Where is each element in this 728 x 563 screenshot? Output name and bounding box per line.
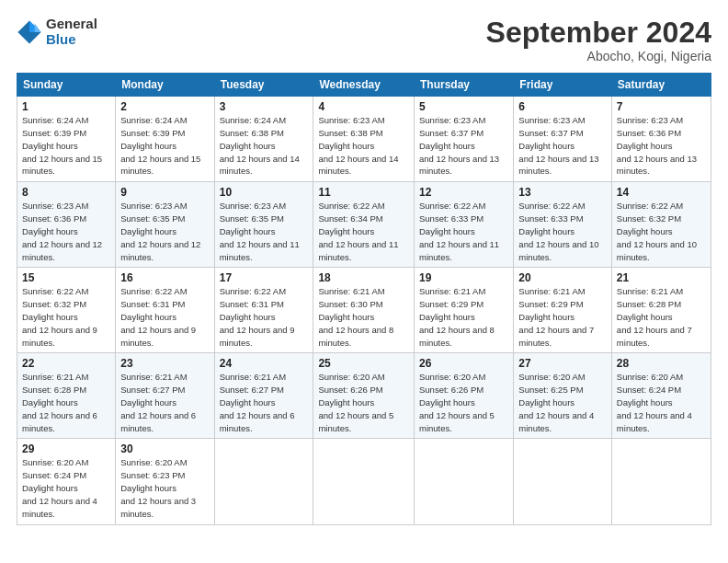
logo: General Blue — [17, 17, 97, 47]
day-number: 20 — [518, 271, 607, 284]
calendar-cell: 1 Sunrise: 6:24 AMSunset: 6:39 PMDayligh… — [17, 97, 116, 182]
col-header-sunday: Sunday — [17, 74, 116, 97]
day-info: Sunrise: 6:23 AMSunset: 6:36 PMDaylight … — [617, 115, 697, 176]
day-number: 18 — [318, 271, 409, 284]
day-number: 8 — [22, 186, 110, 199]
calendar-cell — [415, 439, 514, 524]
day-info: Sunrise: 6:23 AMSunset: 6:38 PMDaylight … — [318, 115, 398, 176]
day-info: Sunrise: 6:21 AMSunset: 6:27 PMDaylight … — [120, 372, 196, 432]
day-info: Sunrise: 6:21 AMSunset: 6:28 PMDaylight … — [22, 372, 97, 432]
day-number: 3 — [220, 100, 309, 113]
day-number: 13 — [518, 186, 607, 199]
calendar-cell: 17 Sunrise: 6:22 AMSunset: 6:31 PMDaylig… — [214, 268, 313, 353]
calendar-cell: 11 Sunrise: 6:22 AMSunset: 6:34 PMDaylig… — [313, 182, 415, 268]
calendar-cell: 29 Sunrise: 6:20 AMSunset: 6:24 PMDaylig… — [17, 439, 116, 524]
calendar-cell: 4 Sunrise: 6:23 AMSunset: 6:38 PMDayligh… — [313, 97, 415, 182]
calendar-cell: 3 Sunrise: 6:24 AMSunset: 6:38 PMDayligh… — [214, 97, 313, 182]
calendar-cell: 18 Sunrise: 6:21 AMSunset: 6:30 PMDaylig… — [313, 268, 415, 353]
day-number: 17 — [220, 271, 309, 284]
calendar-cell: 27 Sunrise: 6:20 AMSunset: 6:25 PMDaylig… — [514, 353, 612, 439]
day-number: 11 — [318, 186, 409, 199]
day-number: 26 — [419, 357, 508, 370]
day-info: Sunrise: 6:23 AMSunset: 6:36 PMDaylight … — [22, 201, 102, 261]
day-number: 2 — [120, 100, 209, 113]
day-number: 24 — [220, 357, 309, 370]
calendar-cell: 23 Sunrise: 6:21 AMSunset: 6:27 PMDaylig… — [116, 353, 214, 439]
calendar-cell: 10 Sunrise: 6:23 AMSunset: 6:35 PMDaylig… — [214, 182, 313, 268]
day-info: Sunrise: 6:21 AMSunset: 6:28 PMDaylight … — [617, 286, 692, 347]
calendar-cell: 14 Sunrise: 6:22 AMSunset: 6:32 PMDaylig… — [611, 182, 711, 268]
calendar-cell: 12 Sunrise: 6:22 AMSunset: 6:33 PMDaylig… — [415, 182, 514, 268]
col-header-monday: Monday — [116, 74, 214, 97]
calendar-cell: 28 Sunrise: 6:20 AMSunset: 6:24 PMDaylig… — [611, 353, 711, 439]
calendar-cell: 20 Sunrise: 6:21 AMSunset: 6:29 PMDaylig… — [514, 268, 612, 353]
day-info: Sunrise: 6:22 AMSunset: 6:34 PMDaylight … — [318, 201, 398, 261]
day-number: 15 — [22, 271, 110, 284]
calendar-cell: 15 Sunrise: 6:22 AMSunset: 6:32 PMDaylig… — [17, 268, 116, 353]
logo-icon — [17, 19, 42, 45]
day-number: 12 — [419, 186, 508, 199]
col-header-saturday: Saturday — [611, 74, 711, 97]
day-number: 14 — [617, 186, 706, 199]
calendar-cell: 19 Sunrise: 6:21 AMSunset: 6:29 PMDaylig… — [415, 268, 514, 353]
day-number: 28 — [617, 357, 706, 370]
day-number: 7 — [617, 100, 706, 113]
day-number: 6 — [518, 100, 607, 113]
calendar-cell: 2 Sunrise: 6:24 AMSunset: 6:39 PMDayligh… — [116, 97, 214, 182]
calendar-cell: 30 Sunrise: 6:20 AMSunset: 6:23 PMDaylig… — [116, 439, 214, 524]
day-info: Sunrise: 6:22 AMSunset: 6:31 PMDaylight … — [220, 286, 295, 347]
calendar-cell — [611, 439, 711, 524]
calendar-cell: 22 Sunrise: 6:21 AMSunset: 6:28 PMDaylig… — [17, 353, 116, 439]
day-info: Sunrise: 6:22 AMSunset: 6:31 PMDaylight … — [120, 286, 196, 347]
day-number: 22 — [22, 357, 110, 370]
day-number: 4 — [318, 100, 409, 113]
calendar-cell: 8 Sunrise: 6:23 AMSunset: 6:36 PMDayligh… — [17, 182, 116, 268]
logo-general-text: General — [46, 17, 97, 32]
col-header-friday: Friday — [514, 74, 612, 97]
day-info: Sunrise: 6:20 AMSunset: 6:25 PMDaylight … — [518, 372, 594, 432]
calendar-cell: 26 Sunrise: 6:20 AMSunset: 6:26 PMDaylig… — [415, 353, 514, 439]
day-number: 16 — [120, 271, 209, 284]
day-number: 23 — [120, 357, 209, 370]
logo-blue-text: Blue — [46, 32, 97, 48]
calendar-cell: 7 Sunrise: 6:23 AMSunset: 6:36 PMDayligh… — [611, 97, 711, 182]
day-info: Sunrise: 6:23 AMSunset: 6:37 PMDaylight … — [518, 115, 598, 176]
day-number: 25 — [318, 357, 409, 370]
day-number: 19 — [419, 271, 508, 284]
calendar-cell — [514, 439, 612, 524]
title-section: September 2024 Abocho, Kogi, Nigeria — [486, 17, 711, 63]
day-info: Sunrise: 6:24 AMSunset: 6:39 PMDaylight … — [22, 115, 102, 176]
day-info: Sunrise: 6:22 AMSunset: 6:32 PMDaylight … — [617, 201, 697, 261]
svg-marker-2 — [35, 23, 41, 32]
day-number: 30 — [120, 442, 209, 455]
calendar-cell: 6 Sunrise: 6:23 AMSunset: 6:37 PMDayligh… — [514, 97, 612, 182]
day-number: 10 — [220, 186, 309, 199]
location-subtitle: Abocho, Kogi, Nigeria — [486, 49, 711, 63]
day-info: Sunrise: 6:22 AMSunset: 6:32 PMDaylight … — [22, 286, 97, 347]
day-number: 1 — [22, 100, 110, 113]
day-info: Sunrise: 6:24 AMSunset: 6:39 PMDaylight … — [120, 115, 200, 176]
day-info: Sunrise: 6:20 AMSunset: 6:26 PMDaylight … — [419, 372, 495, 432]
calendar-cell: 25 Sunrise: 6:20 AMSunset: 6:26 PMDaylig… — [313, 353, 415, 439]
day-info: Sunrise: 6:21 AMSunset: 6:27 PMDaylight … — [220, 372, 295, 432]
day-info: Sunrise: 6:20 AMSunset: 6:24 PMDaylight … — [22, 457, 97, 518]
day-info: Sunrise: 6:21 AMSunset: 6:30 PMDaylight … — [318, 286, 393, 347]
day-number: 21 — [617, 271, 706, 284]
col-header-wednesday: Wednesday — [313, 74, 415, 97]
day-info: Sunrise: 6:23 AMSunset: 6:37 PMDaylight … — [419, 115, 499, 176]
calendar-cell: 21 Sunrise: 6:21 AMSunset: 6:28 PMDaylig… — [611, 268, 711, 353]
calendar-cell: 13 Sunrise: 6:22 AMSunset: 6:33 PMDaylig… — [514, 182, 612, 268]
day-number: 5 — [419, 100, 508, 113]
day-info: Sunrise: 6:22 AMSunset: 6:33 PMDaylight … — [518, 201, 598, 261]
day-info: Sunrise: 6:20 AMSunset: 6:26 PMDaylight … — [318, 372, 393, 432]
calendar-cell: 5 Sunrise: 6:23 AMSunset: 6:37 PMDayligh… — [415, 97, 514, 182]
day-info: Sunrise: 6:20 AMSunset: 6:24 PMDaylight … — [617, 372, 692, 432]
calendar-cell — [214, 439, 313, 524]
calendar-cell: 24 Sunrise: 6:21 AMSunset: 6:27 PMDaylig… — [214, 353, 313, 439]
calendar-cell: 16 Sunrise: 6:22 AMSunset: 6:31 PMDaylig… — [116, 268, 214, 353]
day-info: Sunrise: 6:23 AMSunset: 6:35 PMDaylight … — [220, 201, 300, 261]
calendar-cell: 9 Sunrise: 6:23 AMSunset: 6:35 PMDayligh… — [116, 182, 214, 268]
col-header-thursday: Thursday — [415, 74, 514, 97]
day-info: Sunrise: 6:21 AMSunset: 6:29 PMDaylight … — [518, 286, 594, 347]
calendar-table: SundayMondayTuesdayWednesdayThursdayFrid… — [17, 73, 711, 524]
